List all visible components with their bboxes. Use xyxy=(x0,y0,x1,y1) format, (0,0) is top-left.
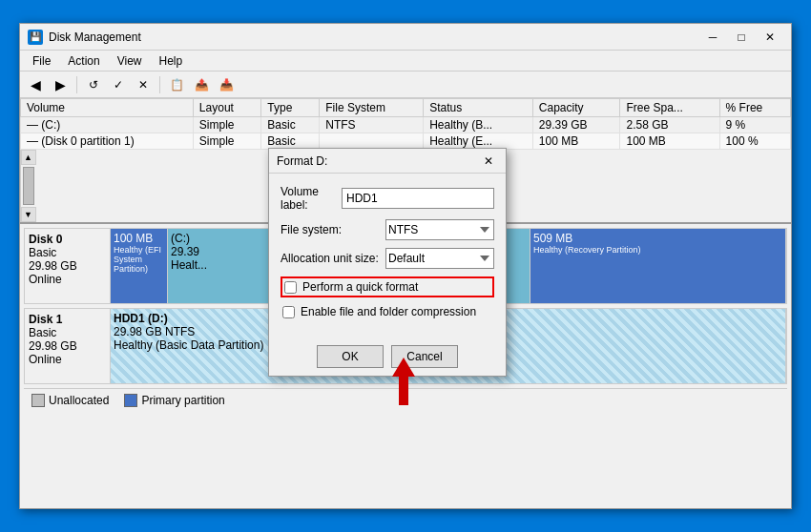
cell-2-5: 509 MB xyxy=(532,150,620,151)
filesystem-select[interactable]: NTFS FAT32 exFAT xyxy=(385,219,494,240)
col-status[interactable]: Status xyxy=(424,99,533,117)
menu-help[interactable]: Help xyxy=(151,51,192,71)
cell-0-0: — (C:) xyxy=(21,117,194,133)
check-button[interactable]: ✓ xyxy=(107,74,130,95)
import-button[interactable]: 📥 xyxy=(215,74,238,95)
title-bar: 💾 Disk Management ─ □ ✕ xyxy=(20,24,791,51)
legend-unallocated-box xyxy=(31,394,45,407)
compression-row: Enable file and folder compression xyxy=(281,303,494,320)
maximize-button[interactable]: □ xyxy=(728,28,755,47)
disk0-efi-partition[interactable]: 100 MB Healthy (EFI System Partition) xyxy=(111,229,168,303)
disk1-label: Disk 1 Basic 29.98 GB Online xyxy=(25,309,111,383)
disk1-name: Disk 1 xyxy=(29,313,106,326)
cell-1-3 xyxy=(320,133,424,150)
cell-0-1: Simple xyxy=(193,117,260,133)
scroll-thumb[interactable] xyxy=(23,167,34,205)
cell-0-6: 2.58 GB xyxy=(620,117,719,133)
cell-1-5: 100 MB xyxy=(532,133,620,150)
volume-label-input[interactable] xyxy=(342,188,494,209)
cell-2-6: 509 MB xyxy=(620,150,719,151)
disk0-type: Basic xyxy=(29,246,106,259)
disk1-type: Basic xyxy=(29,326,106,339)
allocation-select[interactable]: Default 512 1024 2048 4096 xyxy=(385,248,494,269)
col-capacity[interactable]: Capacity xyxy=(532,99,620,117)
cell-2-1: Simple xyxy=(193,150,260,151)
cancel-button[interactable]: Cancel xyxy=(391,345,458,368)
table-row[interactable]: — (C:)SimpleBasicNTFSHealthy (B...29.39 … xyxy=(21,117,791,133)
cell-0-4: Healthy (B... xyxy=(424,117,533,133)
disk0-recovery-label: 509 MB xyxy=(533,232,782,245)
cell-0-5: 29.39 GB xyxy=(532,117,620,133)
disk0-recovery-sub: Healthy (Recovery Partition) xyxy=(533,245,782,255)
menu-action[interactable]: Action xyxy=(59,51,108,71)
window-icon: 💾 xyxy=(28,30,43,45)
cell-1-0: — (Disk 0 partition 1) xyxy=(21,133,194,150)
toolbar: ◀ ▶ ↺ ✓ ✕ 📋 📤 📥 xyxy=(20,72,791,98)
allocation-row: Allocation unit size: Default 512 1024 2… xyxy=(281,248,494,269)
cell-1-2: Basic xyxy=(261,133,320,150)
main-window: 💾 Disk Management ─ □ ✕ File Action View… xyxy=(19,23,792,509)
compression-label: Enable file and folder compression xyxy=(301,305,476,318)
dialog-buttons: OK Cancel xyxy=(269,338,506,376)
compression-checkbox[interactable] xyxy=(282,306,295,318)
cell-1-6: 100 MB xyxy=(620,133,719,150)
disk0-name: Disk 0 xyxy=(29,233,106,246)
disk1-status: Online xyxy=(29,353,106,366)
menu-view[interactable]: View xyxy=(109,51,151,71)
quick-format-row: Perform a quick format xyxy=(281,276,494,297)
dialog-close-button[interactable]: ✕ xyxy=(479,153,498,170)
legend-primary-box xyxy=(124,394,137,407)
minimize-button[interactable]: ─ xyxy=(699,28,726,47)
allocation-label: Allocation unit size: xyxy=(281,252,385,265)
col-freepct[interactable]: % Free xyxy=(719,99,790,117)
col-layout[interactable]: Layout xyxy=(193,99,260,117)
scroll-up[interactable]: ▲ xyxy=(21,150,36,165)
cell-1-4: Healthy (E... xyxy=(424,133,533,150)
cell-2-0: — (Disk 0 partition 4) xyxy=(21,150,194,151)
cell-1-1: Simple xyxy=(193,133,260,150)
toolbar-sep1 xyxy=(76,76,77,93)
quick-format-checkbox[interactable] xyxy=(284,281,297,294)
volume-label-label: Volume label: xyxy=(281,185,342,212)
close-button[interactable]: ✕ xyxy=(757,28,783,47)
cell-2-7: 100 % xyxy=(719,150,790,151)
table-row[interactable]: — (Disk 0 partition 1)SimpleBasicHealthy… xyxy=(21,133,791,150)
col-freespace[interactable]: Free Spa... xyxy=(620,99,719,117)
dialog-title-bar: Format D: ✕ xyxy=(269,149,506,174)
table-scrollbar[interactable]: ▲ ▼ xyxy=(20,150,35,222)
window-title: Disk Management xyxy=(49,31,699,44)
col-volume[interactable]: Volume xyxy=(21,99,194,117)
disk0-size: 29.98 GB xyxy=(29,259,106,273)
format-dialog: Format D: ✕ Volume label: File system: N… xyxy=(268,148,507,377)
cell-1-7: 100 % xyxy=(719,133,790,150)
back-button[interactable]: ◀ xyxy=(24,74,47,95)
legend-bar: Unallocated Primary partition xyxy=(24,388,787,411)
cell-0-3: NTFS xyxy=(320,117,424,133)
export-button[interactable]: 📤 xyxy=(190,74,213,95)
quick-format-label: Perform a quick format xyxy=(302,280,418,294)
legend-unallocated-label: Unallocated xyxy=(49,394,109,407)
window-controls: ─ □ ✕ xyxy=(699,28,783,47)
properties-button[interactable]: 📋 xyxy=(165,74,188,95)
disk0-efi-sub: Healthy (EFI System Partition) xyxy=(114,245,164,274)
menu-file[interactable]: File xyxy=(24,51,59,71)
scroll-down[interactable]: ▼ xyxy=(21,207,36,222)
disk1-size: 29.98 GB xyxy=(29,339,106,353)
cell-0-7: 9 % xyxy=(719,117,790,133)
col-type[interactable]: Type xyxy=(261,99,320,117)
menu-bar: File Action View Help xyxy=(20,51,791,72)
ok-button[interactable]: OK xyxy=(317,345,384,368)
cell-0-2: Basic xyxy=(261,117,320,133)
dialog-title-text: Format D: xyxy=(277,154,479,168)
forward-button[interactable]: ▶ xyxy=(49,74,72,95)
filesystem-label: File system: xyxy=(281,223,385,236)
disk0-status: Online xyxy=(29,273,106,286)
volume-label-row: Volume label: xyxy=(281,185,494,212)
legend-unallocated: Unallocated xyxy=(31,394,109,407)
legend-primary: Primary partition xyxy=(124,394,224,407)
legend-primary-label: Primary partition xyxy=(141,394,224,407)
disk0-recovery-partition[interactable]: 509 MB Healthy (Recovery Partition) xyxy=(530,229,786,303)
col-filesystem[interactable]: File System xyxy=(320,99,424,117)
refresh-button[interactable]: ↺ xyxy=(82,74,105,95)
delete-button[interactable]: ✕ xyxy=(132,74,155,95)
